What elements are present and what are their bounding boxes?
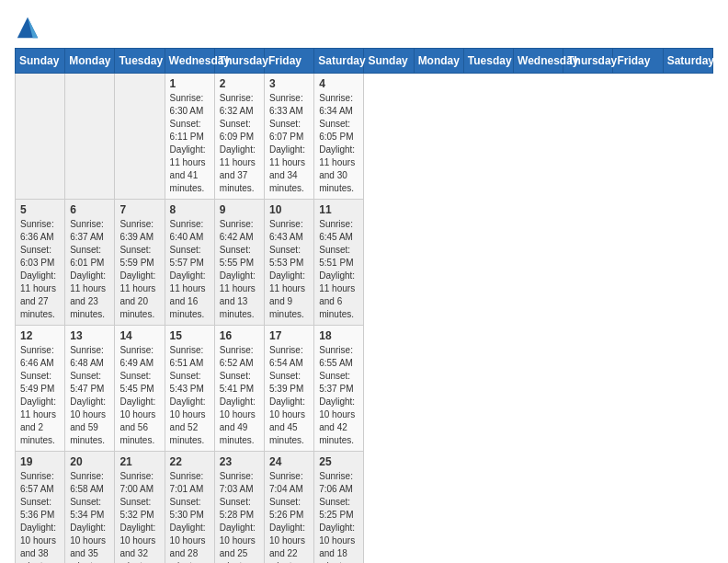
day-number: 4 [319, 77, 358, 90]
day-header-tuesday: Tuesday [115, 49, 165, 74]
day-info: Sunrise: 6:40 AM Sunset: 5:57 PM Dayligh… [170, 218, 210, 321]
day-number: 3 [269, 77, 309, 90]
calendar-week-row: 12Sunrise: 6:46 AM Sunset: 5:49 PM Dayli… [16, 326, 713, 452]
day-number: 15 [170, 329, 210, 342]
day-info: Sunrise: 6:48 AM Sunset: 5:47 PM Dayligh… [70, 344, 109, 447]
day-info: Sunrise: 6:55 AM Sunset: 5:37 PM Dayligh… [319, 344, 358, 447]
calendar-cell: 24Sunrise: 7:04 AM Sunset: 5:26 PM Dayli… [265, 452, 314, 564]
calendar-cell: 17Sunrise: 6:54 AM Sunset: 5:39 PM Dayli… [265, 326, 314, 452]
day-number: 11 [319, 203, 358, 216]
day-number: 12 [20, 329, 60, 342]
day-header-friday: Friday [613, 49, 663, 74]
day-info: Sunrise: 6:49 AM Sunset: 5:45 PM Dayligh… [119, 344, 159, 447]
calendar-table: SundayMondayTuesdayWednesdayThursdayFrid… [15, 48, 713, 563]
calendar-cell: 13Sunrise: 6:48 AM Sunset: 5:47 PM Dayli… [65, 326, 115, 452]
calendar-cell: 6Sunrise: 6:37 AM Sunset: 6:01 PM Daylig… [65, 200, 115, 326]
calendar-cell: 19Sunrise: 6:57 AM Sunset: 5:36 PM Dayli… [16, 452, 65, 564]
day-number: 24 [269, 455, 309, 468]
calendar-cell: 8Sunrise: 6:40 AM Sunset: 5:57 PM Daylig… [165, 200, 214, 326]
day-number: 7 [119, 203, 159, 216]
day-info: Sunrise: 6:39 AM Sunset: 5:59 PM Dayligh… [119, 218, 159, 321]
day-info: Sunrise: 6:46 AM Sunset: 5:49 PM Dayligh… [20, 344, 60, 447]
day-info: Sunrise: 6:52 AM Sunset: 5:41 PM Dayligh… [220, 344, 259, 447]
calendar-cell: 22Sunrise: 7:01 AM Sunset: 5:30 PM Dayli… [165, 452, 214, 564]
day-info: Sunrise: 6:57 AM Sunset: 5:36 PM Dayligh… [20, 470, 60, 563]
day-info: Sunrise: 6:43 AM Sunset: 5:53 PM Dayligh… [269, 218, 309, 321]
day-number: 18 [319, 329, 358, 342]
day-number: 21 [119, 455, 159, 468]
calendar-cell: 15Sunrise: 6:51 AM Sunset: 5:43 PM Dayli… [165, 326, 214, 452]
day-header-sunday: Sunday [364, 49, 414, 74]
calendar-cell: 2Sunrise: 6:32 AM Sunset: 6:09 PM Daylig… [214, 74, 264, 200]
day-info: Sunrise: 6:45 AM Sunset: 5:51 PM Dayligh… [319, 218, 358, 321]
calendar-cell: 20Sunrise: 6:58 AM Sunset: 5:34 PM Dayli… [65, 452, 115, 564]
day-header-saturday: Saturday [314, 49, 364, 74]
day-info: Sunrise: 7:03 AM Sunset: 5:28 PM Dayligh… [220, 470, 259, 563]
calendar-cell: 3Sunrise: 6:33 AM Sunset: 6:07 PM Daylig… [265, 74, 314, 200]
calendar-cell: 14Sunrise: 6:49 AM Sunset: 5:45 PM Dayli… [115, 326, 165, 452]
calendar-cell [65, 74, 115, 200]
day-info: Sunrise: 6:34 AM Sunset: 6:05 PM Dayligh… [319, 92, 358, 195]
logo [15, 15, 44, 40]
day-header-thursday: Thursday [214, 49, 264, 74]
day-number: 2 [220, 77, 259, 90]
day-number: 23 [220, 455, 259, 468]
day-number: 16 [220, 329, 259, 342]
day-info: Sunrise: 6:51 AM Sunset: 5:43 PM Dayligh… [170, 344, 210, 447]
calendar-cell: 1Sunrise: 6:30 AM Sunset: 6:11 PM Daylig… [165, 74, 214, 200]
day-number: 19 [20, 455, 60, 468]
day-info: Sunrise: 6:54 AM Sunset: 5:39 PM Dayligh… [269, 344, 309, 447]
day-number: 5 [20, 203, 60, 216]
day-header-thursday: Thursday [563, 49, 613, 74]
calendar-week-row: 19Sunrise: 6:57 AM Sunset: 5:36 PM Dayli… [16, 452, 713, 564]
day-info: Sunrise: 6:58 AM Sunset: 5:34 PM Dayligh… [70, 470, 109, 563]
day-number: 9 [220, 203, 259, 216]
day-number: 14 [119, 329, 159, 342]
calendar-cell: 5Sunrise: 6:36 AM Sunset: 6:03 PM Daylig… [16, 200, 65, 326]
calendar-cell: 9Sunrise: 6:42 AM Sunset: 5:55 PM Daylig… [214, 200, 264, 326]
day-number: 8 [170, 203, 210, 216]
day-number: 13 [70, 329, 109, 342]
calendar-week-row: 5Sunrise: 6:36 AM Sunset: 6:03 PM Daylig… [16, 200, 713, 326]
day-header-sunday: Sunday [16, 49, 65, 74]
day-info: Sunrise: 6:42 AM Sunset: 5:55 PM Dayligh… [220, 218, 259, 321]
calendar-cell: 12Sunrise: 6:46 AM Sunset: 5:49 PM Dayli… [16, 326, 65, 452]
calendar-cell [16, 74, 65, 200]
day-header-monday: Monday [65, 49, 115, 74]
calendar-cell: 4Sunrise: 6:34 AM Sunset: 6:05 PM Daylig… [314, 74, 364, 200]
day-info: Sunrise: 6:30 AM Sunset: 6:11 PM Dayligh… [170, 92, 210, 195]
page-header [15, 15, 713, 40]
day-header-monday: Monday [414, 49, 463, 74]
calendar-cell: 10Sunrise: 6:43 AM Sunset: 5:53 PM Dayli… [265, 200, 314, 326]
day-header-saturday: Saturday [663, 49, 712, 74]
day-number: 17 [269, 329, 309, 342]
day-header-wednesday: Wednesday [165, 49, 214, 74]
day-header-wednesday: Wednesday [514, 49, 563, 74]
day-header-friday: Friday [265, 49, 314, 74]
day-info: Sunrise: 7:00 AM Sunset: 5:32 PM Dayligh… [119, 470, 159, 563]
calendar-cell [115, 74, 165, 200]
calendar-cell: 21Sunrise: 7:00 AM Sunset: 5:32 PM Dayli… [115, 452, 165, 564]
day-number: 20 [70, 455, 109, 468]
day-number: 22 [170, 455, 210, 468]
day-number: 1 [170, 77, 210, 90]
calendar-cell: 16Sunrise: 6:52 AM Sunset: 5:41 PM Dayli… [214, 326, 264, 452]
day-info: Sunrise: 7:01 AM Sunset: 5:30 PM Dayligh… [170, 470, 210, 563]
day-info: Sunrise: 7:04 AM Sunset: 5:26 PM Dayligh… [269, 470, 309, 563]
day-info: Sunrise: 7:06 AM Sunset: 5:25 PM Dayligh… [319, 470, 358, 563]
logo-icon [15, 15, 40, 40]
day-info: Sunrise: 6:37 AM Sunset: 6:01 PM Dayligh… [70, 218, 109, 321]
calendar-cell: 7Sunrise: 6:39 AM Sunset: 5:59 PM Daylig… [115, 200, 165, 326]
day-info: Sunrise: 6:36 AM Sunset: 6:03 PM Dayligh… [20, 218, 60, 321]
calendar-week-row: 1Sunrise: 6:30 AM Sunset: 6:11 PM Daylig… [16, 74, 713, 200]
day-header-tuesday: Tuesday [463, 49, 513, 74]
calendar-header-row: SundayMondayTuesdayWednesdayThursdayFrid… [16, 49, 713, 74]
calendar-cell: 11Sunrise: 6:45 AM Sunset: 5:51 PM Dayli… [314, 200, 364, 326]
day-number: 6 [70, 203, 109, 216]
day-info: Sunrise: 6:32 AM Sunset: 6:09 PM Dayligh… [220, 92, 259, 195]
calendar-cell: 23Sunrise: 7:03 AM Sunset: 5:28 PM Dayli… [214, 452, 264, 564]
day-number: 10 [269, 203, 309, 216]
calendar-cell: 18Sunrise: 6:55 AM Sunset: 5:37 PM Dayli… [314, 326, 364, 452]
calendar-cell: 25Sunrise: 7:06 AM Sunset: 5:25 PM Dayli… [314, 452, 364, 564]
day-number: 25 [319, 455, 358, 468]
